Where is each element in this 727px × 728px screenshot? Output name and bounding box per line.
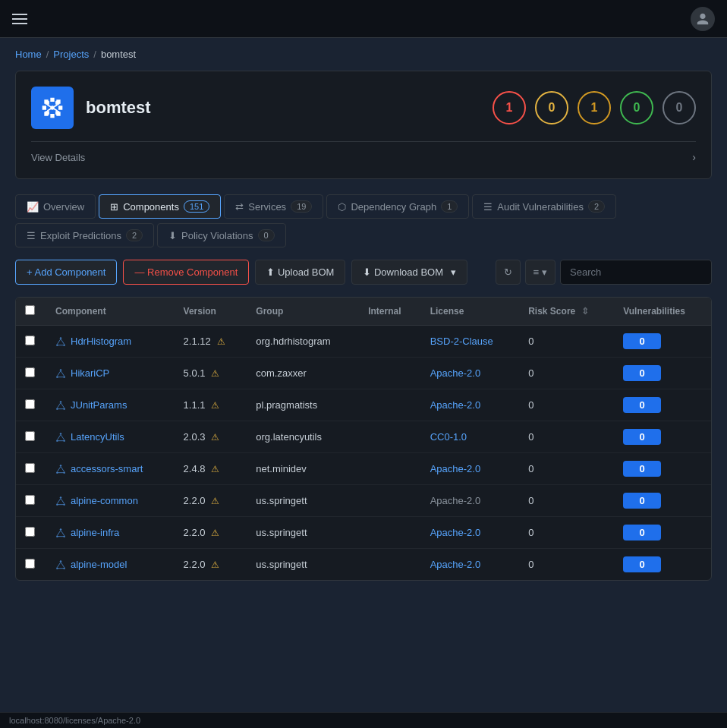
row-checkbox-4[interactable] xyxy=(25,463,35,473)
high-badge: 0 xyxy=(535,91,568,124)
navbar-left xyxy=(12,14,27,24)
header-vulnerabilities: Vulnerabilities xyxy=(614,298,711,326)
svg-line-12 xyxy=(57,339,61,344)
row-checkbox-6[interactable] xyxy=(25,527,35,537)
row-checkbox-2[interactable] xyxy=(25,399,35,409)
main-content: bomtest 1 0 1 0 0 View Details › 📈 Overv… xyxy=(0,71,727,596)
tab-exploit-predictions-badge: 2 xyxy=(126,229,143,241)
cell-component-5: alpine-common xyxy=(46,485,175,517)
severity-badges: 1 0 1 0 0 xyxy=(493,91,696,124)
component-link-3[interactable]: LatencyUtils xyxy=(55,431,165,443)
breadcrumb-projects[interactable]: Projects xyxy=(53,49,89,60)
component-link-7[interactable]: alpine-model xyxy=(55,559,165,570)
row-checkbox-0[interactable] xyxy=(25,336,35,345)
project-name: bomtest xyxy=(86,98,151,118)
table-row: HikariCP 5.0.1 ⚠ com.zaxxer Apache-2.0 0… xyxy=(16,358,711,389)
row-checkbox-3[interactable] xyxy=(25,431,35,441)
license-link-3[interactable]: CC0-1.0 xyxy=(430,431,467,443)
row-checkbox-cell xyxy=(16,453,46,485)
header-version[interactable]: Version xyxy=(175,298,247,326)
cell-internal-0 xyxy=(359,326,420,358)
breadcrumb-home[interactable]: Home xyxy=(15,49,42,60)
svg-point-51 xyxy=(60,560,61,562)
table-row: LatencyUtils 2.0.3 ⚠ org.latencyutils CC… xyxy=(16,421,711,453)
tab-exploit-predictions[interactable]: ☰ Exploit Predictions 2 xyxy=(15,223,154,247)
upload-bom-button[interactable]: ⬆ Upload BOM xyxy=(255,260,345,285)
tab-audit-vulnerabilities[interactable]: ☰ Audit Vulnerabilities 2 xyxy=(472,194,616,219)
list-view-button[interactable]: ≡ ▾ xyxy=(525,260,555,285)
license-link-1[interactable]: Apache-2.0 xyxy=(430,367,481,379)
refresh-button[interactable]: ↻ xyxy=(496,260,521,285)
svg-line-43 xyxy=(61,498,65,503)
cell-version-4: 2.4.8 ⚠ xyxy=(175,453,247,485)
license-link-7[interactable]: Apache-2.0 xyxy=(430,559,481,570)
cell-vulnerabilities-4: 0 xyxy=(614,453,711,485)
license-link-6[interactable]: Apache-2.0 xyxy=(430,527,481,538)
vuln-badge-4: 0 xyxy=(623,461,661,477)
cell-internal-7 xyxy=(359,549,420,581)
add-component-button[interactable]: + Add Component xyxy=(15,260,117,285)
tab-audit-vulnerabilities-label: Audit Vulnerabilities xyxy=(497,201,584,213)
svg-point-9 xyxy=(60,337,61,339)
table-header-row: Component Version Group Internal License… xyxy=(16,298,711,326)
svg-point-27 xyxy=(60,433,61,434)
cell-license-5: Apache-2.0 xyxy=(421,485,520,517)
cell-vulnerabilities-0: 0 xyxy=(614,326,711,358)
svg-rect-2 xyxy=(55,101,59,105)
svg-point-45 xyxy=(60,528,61,530)
dropdown-chevron-icon: ▾ xyxy=(451,266,456,278)
component-link-2[interactable]: JUnitParams xyxy=(55,399,165,411)
row-checkbox-5[interactable] xyxy=(25,495,35,505)
select-all-checkbox[interactable] xyxy=(25,305,35,315)
component-link-6[interactable]: alpine-infra xyxy=(55,527,165,538)
row-checkbox-7[interactable] xyxy=(25,559,35,569)
tab-policy-violations[interactable]: ⬇ Policy Violations 0 xyxy=(157,223,286,247)
tab-exploit-predictions-label: Exploit Predictions xyxy=(40,230,121,241)
header-component[interactable]: Component xyxy=(46,298,175,326)
component-node-icon xyxy=(55,368,66,379)
svg-point-21 xyxy=(60,401,61,402)
tab-components[interactable]: ⊞ Components 151 xyxy=(99,194,221,219)
cell-component-2: JUnitParams xyxy=(46,389,175,421)
remove-component-button[interactable]: — Remove Component xyxy=(123,260,249,285)
project-header: bomtest 1 0 1 0 0 xyxy=(31,87,696,129)
cell-license-4: Apache-2.0 xyxy=(421,453,520,485)
cell-group-6: us.springett xyxy=(247,517,359,549)
user-avatar-icon[interactable] xyxy=(691,7,715,31)
header-risk-score[interactable]: Risk Score ⇕ xyxy=(519,298,614,326)
view-details-bar[interactable]: View Details › xyxy=(31,141,696,163)
component-link-5[interactable]: alpine-common xyxy=(55,495,165,506)
component-link-4[interactable]: accessors-smart xyxy=(55,463,165,474)
hamburger-menu-icon[interactable] xyxy=(12,14,27,24)
cell-component-3: LatencyUtils xyxy=(46,421,175,453)
tab-components-label: Components xyxy=(123,201,179,213)
cell-group-2: pl.pragmatists xyxy=(247,389,359,421)
warn-icon: ⚠ xyxy=(211,464,219,474)
download-bom-button[interactable]: ⬇ Download BOM ▾ xyxy=(351,260,467,285)
svg-line-18 xyxy=(57,370,61,376)
tab-services-label: Services xyxy=(248,201,286,213)
table-row: accessors-smart 2.4.8 ⚠ net.minidev Apac… xyxy=(16,453,711,485)
row-checkbox-1[interactable] xyxy=(25,367,35,377)
license-link-4[interactable]: Apache-2.0 xyxy=(430,463,481,474)
row-checkbox-cell xyxy=(16,421,46,453)
license-link-2[interactable]: Apache-2.0 xyxy=(430,399,481,411)
warn-icon: ⚠ xyxy=(211,368,219,379)
header-group[interactable]: Group xyxy=(247,298,359,326)
tab-overview[interactable]: 📈 Overview xyxy=(15,194,96,219)
audit-icon: ☰ xyxy=(483,201,493,213)
cell-component-4: accessors-smart xyxy=(46,453,175,485)
search-input[interactable] xyxy=(560,260,712,285)
navbar xyxy=(0,0,727,38)
cell-vulnerabilities-2: 0 xyxy=(614,389,711,421)
row-checkbox-cell xyxy=(16,485,46,517)
tab-services[interactable]: ⇄ Services 19 xyxy=(224,194,323,219)
cell-component-0: HdrHistogram xyxy=(46,326,175,358)
license-link-0[interactable]: BSD-2-Clause xyxy=(430,336,493,347)
component-link-0[interactable]: HdrHistogram xyxy=(55,336,165,347)
cell-risk-score-6: 0 xyxy=(519,517,614,549)
svg-line-37 xyxy=(61,466,65,471)
component-link-1[interactable]: HikariCP xyxy=(55,367,165,379)
svg-line-24 xyxy=(57,402,61,408)
tab-dependency-graph[interactable]: ⬡ Dependency Graph 1 xyxy=(326,194,469,219)
